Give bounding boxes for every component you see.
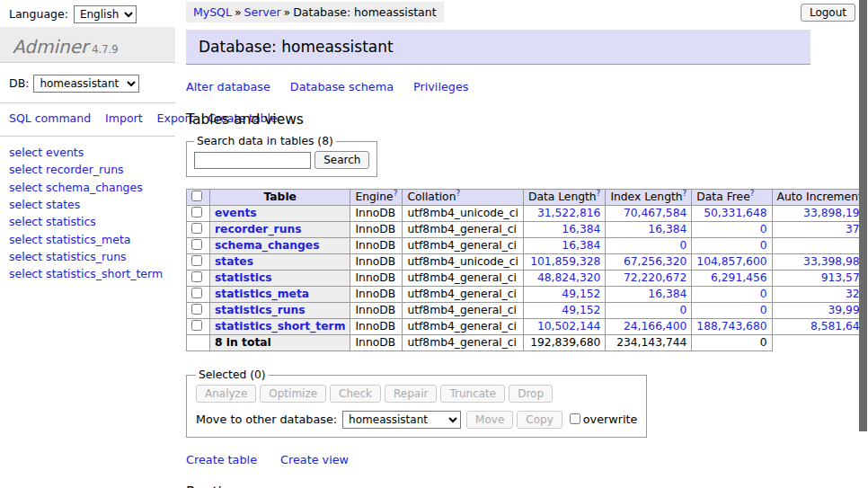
table-link-statistics_runs[interactable]: statistics_runs xyxy=(215,304,306,316)
data-length-link[interactable]: 16,384 xyxy=(562,239,600,252)
data-length-link[interactable]: 49,152 xyxy=(562,288,600,300)
analyze-button[interactable]: Analyze xyxy=(196,385,256,403)
help-icon[interactable]: ? xyxy=(750,189,755,198)
data-free-link[interactable]: 6,291,456 xyxy=(711,271,767,284)
create-view-link[interactable]: Create view xyxy=(280,453,349,466)
row-checkbox[interactable] xyxy=(191,207,202,217)
table-link-states[interactable]: states xyxy=(215,255,253,268)
db-action-links: Alter databaseDatabase schemaPrivileges xyxy=(186,80,810,93)
repair-button[interactable]: Repair xyxy=(385,385,437,403)
index-length-cell: 72,220,672 xyxy=(606,271,692,287)
drop-button[interactable]: Drop xyxy=(509,385,553,403)
data-free-link[interactable]: 0 xyxy=(760,288,767,300)
data-free-link[interactable]: 188,743,680 xyxy=(696,320,766,333)
move-database-select[interactable]: homeassistant xyxy=(342,411,461,429)
table-link-statistics_meta[interactable]: statistics_meta xyxy=(215,288,309,300)
data-free-link[interactable]: 104,857,600 xyxy=(696,255,766,268)
row-checkbox[interactable] xyxy=(191,288,202,298)
db-select[interactable]: homeassistant xyxy=(33,75,139,93)
row-checkbox[interactable] xyxy=(191,304,202,315)
data-length-link[interactable]: 48,824,320 xyxy=(537,271,600,284)
table-name-cell: statistics xyxy=(210,271,350,287)
index-length-link[interactable]: 0 xyxy=(680,304,687,316)
auto-increment-link[interactable]: 33,898,196 xyxy=(803,207,866,219)
overwrite-checkbox[interactable] xyxy=(570,413,580,424)
index-length-link[interactable]: 16,384 xyxy=(648,288,686,300)
index-length-link[interactable]: 67,256,320 xyxy=(624,255,686,268)
breadcrumb-mysql-link[interactable]: MySQL xyxy=(193,5,232,19)
row-checkbox[interactable] xyxy=(191,223,202,234)
copy-button[interactable]: Copy xyxy=(517,411,562,429)
collation-cell: utf8mb4_general_ci xyxy=(403,238,524,254)
row-checkbox[interactable] xyxy=(191,320,202,331)
breadcrumb-server-link[interactable]: Server xyxy=(244,5,281,19)
search-button[interactable]: Search xyxy=(314,151,369,169)
sidebar-action-import[interactable]: Import xyxy=(105,111,143,125)
sidebar-select-schema_changes[interactable]: select schema_changes xyxy=(9,179,166,196)
sidebar-select-statistics_short_term[interactable]: select statistics_short_term xyxy=(9,265,166,282)
language-select[interactable]: English xyxy=(74,5,137,23)
total-collation-cell: utf8mb4_general_ci xyxy=(403,335,524,351)
optimize-button[interactable]: Optimize xyxy=(260,385,326,403)
table-name-cell: schema_changes xyxy=(210,238,350,254)
sidebar-action-sql-command[interactable]: SQL command xyxy=(9,111,91,125)
table-link-events[interactable]: events xyxy=(215,207,257,219)
row-checkbox[interactable] xyxy=(191,239,202,250)
index-length-link[interactable]: 24,166,400 xyxy=(624,320,686,333)
create-links: Create tableCreate view xyxy=(186,453,810,466)
db-label: DB: xyxy=(9,76,29,90)
table-row: schema_changesInnoDButf8mb4_general_ci16… xyxy=(187,238,868,254)
data-length-cell: 16,384 xyxy=(523,222,605,238)
column-header-data-length: Data Length? xyxy=(523,190,605,206)
check-button[interactable]: Check xyxy=(330,385,381,403)
tab-privileges[interactable]: Privileges xyxy=(413,80,469,93)
scrollbar[interactable] xyxy=(859,0,868,488)
data-length-link[interactable]: 10,502,144 xyxy=(537,320,600,333)
data-free-link[interactable]: 0 xyxy=(760,223,767,235)
index-length-link[interactable]: 70,467,584 xyxy=(624,207,686,219)
help-icon[interactable]: ? xyxy=(683,189,687,198)
select-all-checkbox[interactable] xyxy=(191,191,202,201)
data-length-link[interactable]: 31,522,816 xyxy=(537,207,600,219)
index-length-link[interactable]: 0 xyxy=(680,239,687,252)
column-header-engine: Engine? xyxy=(350,190,403,206)
sidebar-select-statistics_meta[interactable]: select statistics_meta xyxy=(9,231,166,248)
table-link-statistics[interactable]: statistics xyxy=(215,271,272,284)
table-header-row: TableEngine?Collation?Data Length?Index … xyxy=(187,190,868,206)
data-free-link[interactable]: 0 xyxy=(760,304,767,316)
table-row: statisticsInnoDButf8mb4_general_ci48,824… xyxy=(187,271,868,287)
table-link-statistics_short_term[interactable]: statistics_short_term xyxy=(215,320,345,333)
empty-cell xyxy=(772,335,868,351)
tab-alter-database[interactable]: Alter database xyxy=(186,80,270,93)
data-free-link[interactable]: 50,331,648 xyxy=(704,207,766,219)
auto-increment-cell: 8,581,645 xyxy=(772,319,868,335)
data-free-link[interactable]: 0 xyxy=(760,239,767,252)
row-checkbox[interactable] xyxy=(191,271,202,282)
sidebar-select-statistics_runs[interactable]: select statistics_runs xyxy=(9,248,166,265)
table-link-schema_changes[interactable]: schema_changes xyxy=(215,239,320,252)
row-checkbox[interactable] xyxy=(191,255,202,266)
logout-button[interactable]: Logout xyxy=(801,4,855,22)
index-length-link[interactable]: 72,220,672 xyxy=(624,271,686,284)
data-length-link[interactable]: 49,152 xyxy=(562,304,600,316)
breadcrumb-separator: » xyxy=(235,5,242,19)
create-table-link[interactable]: Create table xyxy=(186,453,257,466)
move-button[interactable]: Move xyxy=(466,411,513,429)
data-length-link[interactable]: 16,384 xyxy=(562,223,600,235)
sidebar-select-states[interactable]: select states xyxy=(9,196,166,213)
help-icon[interactable]: ? xyxy=(597,189,601,198)
help-icon[interactable]: ? xyxy=(456,189,460,198)
scrollbar-thumb[interactable] xyxy=(859,0,867,431)
search-input[interactable] xyxy=(194,152,311,169)
truncate-button[interactable]: Truncate xyxy=(440,385,505,403)
sidebar-select-events[interactable]: select events xyxy=(9,144,166,161)
index-length-link[interactable]: 16,384 xyxy=(648,223,686,235)
sidebar-select-statistics[interactable]: select statistics xyxy=(9,213,166,230)
table-link-recorder_runs[interactable]: recorder_runs xyxy=(215,223,301,235)
sidebar-select-recorder_runs[interactable]: select recorder_runs xyxy=(9,161,166,178)
auto-increment-link[interactable]: 33,398,984 xyxy=(803,255,866,268)
tab-database-schema[interactable]: Database schema xyxy=(290,80,394,93)
help-icon[interactable]: ? xyxy=(394,189,398,198)
app-logo[interactable]: Adminer xyxy=(13,36,88,58)
data-length-link[interactable]: 101,859,328 xyxy=(530,255,600,268)
